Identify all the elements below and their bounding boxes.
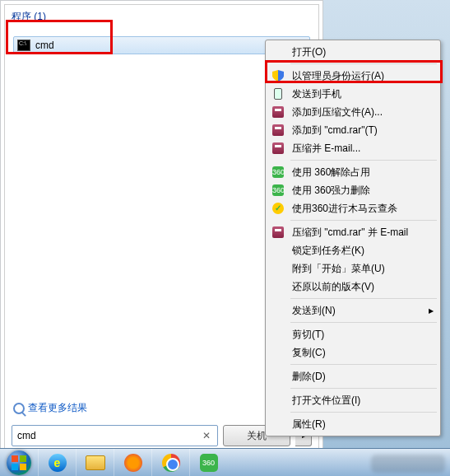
context-menu-item-label: 添加到压缩文件(A)... xyxy=(292,105,383,119)
shield-icon xyxy=(271,69,285,82)
svg-rect-0 xyxy=(12,455,18,462)
360-icon: 360 xyxy=(200,454,218,472)
context-menu-item-label: 打开(O) xyxy=(292,45,326,59)
context-menu-item-label: 还原以前的版本(V) xyxy=(292,280,374,294)
360-square-icon: 360 xyxy=(271,166,285,179)
context-menu-item-label: 剪切(T) xyxy=(292,328,324,342)
context-menu-item-label: 压缩到 "cmd.rar" 并 E-mail xyxy=(292,226,408,240)
context-menu-item-label: 发送到手机 xyxy=(292,87,341,101)
context-menu-separator xyxy=(290,322,437,323)
winrar-icon xyxy=(271,105,285,119)
taskbar-tray-obscured xyxy=(371,455,445,473)
context-menu-item[interactable]: 锁定到任务栏(K) xyxy=(267,241,438,259)
shutdown-label: 关机 xyxy=(247,429,267,443)
see-more-label: 查看更多结果 xyxy=(28,401,87,415)
context-menu-item-label: 添加到 "cmd.rar"(T) xyxy=(292,124,378,138)
context-menu-item[interactable]: 打开文件位置(I) xyxy=(267,391,438,409)
context-menu-item-label: 复制(C) xyxy=(292,346,326,360)
context-menu-item-label: 打开文件位置(I) xyxy=(292,394,360,408)
winrar-icon xyxy=(271,124,285,137)
svg-rect-1 xyxy=(20,455,26,462)
phone-icon xyxy=(271,87,285,100)
context-menu-item[interactable]: 复制(C) xyxy=(267,343,438,362)
winrar-icon xyxy=(271,226,285,239)
context-menu-item[interactable]: 剪切(T) xyxy=(267,325,438,343)
context-menu-item[interactable]: 360使用 360解除占用 xyxy=(267,163,438,181)
search-icon xyxy=(13,403,25,414)
context-menu-item[interactable]: ✓使用360进行木马云查杀 xyxy=(267,199,438,217)
context-menu-item[interactable]: 附到「开始」菜单(U) xyxy=(267,259,438,278)
context-menu-separator xyxy=(290,63,437,64)
search-input[interactable] xyxy=(17,430,201,441)
360-square-icon: 360 xyxy=(271,184,285,197)
context-menu-item-label: 附到「开始」菜单(U) xyxy=(292,262,385,276)
360-shield-icon: ✓ xyxy=(271,202,285,215)
search-box[interactable]: ✕ xyxy=(12,425,218,446)
taskbar-item-ie[interactable]: e xyxy=(38,449,76,476)
folder-icon xyxy=(86,455,105,470)
see-more-results[interactable]: 查看更多结果 xyxy=(13,401,87,415)
clear-search-icon[interactable]: ✕ xyxy=(201,430,212,441)
context-menu-item-label: 删除(D) xyxy=(292,370,326,384)
ie-icon: e xyxy=(49,454,67,472)
context-menu-separator xyxy=(290,388,437,389)
context-menu-item[interactable]: 发送到(N) xyxy=(267,301,438,320)
taskbar-item-360[interactable]: 360 xyxy=(189,449,227,476)
program-result-label: cmd xyxy=(35,40,54,51)
context-menu-item[interactable]: 压缩到 "cmd.rar" 并 E-mail xyxy=(267,223,438,241)
cmd-icon xyxy=(17,40,30,51)
winrar-icon xyxy=(271,142,285,155)
svg-rect-3 xyxy=(20,464,26,470)
context-menu-item[interactable]: 删除(D) xyxy=(267,367,438,385)
taskbar-item-firefox[interactable] xyxy=(114,449,151,476)
results-section-header: 程序 (1) xyxy=(5,5,318,27)
context-menu-item[interactable]: 属性(R) xyxy=(267,415,438,433)
context-menu-item-label: 使用 360解除占用 xyxy=(292,166,370,180)
context-menu-item-label: 以管理员身份运行(A) xyxy=(292,69,384,83)
context-menu-item-label: 锁定到任务栏(K) xyxy=(292,244,364,258)
taskbar-item-explorer[interactable] xyxy=(76,449,114,476)
taskbar-item-chrome[interactable] xyxy=(151,449,189,476)
context-menu-item[interactable]: 360使用 360强力删除 xyxy=(267,181,438,199)
context-menu-item[interactable]: 添加到 "cmd.rar"(T) xyxy=(267,121,438,139)
context-menu-separator xyxy=(290,220,437,221)
start-button[interactable] xyxy=(0,449,38,476)
context-menu-separator xyxy=(290,364,437,365)
context-menu-item-label: 使用 360强力删除 xyxy=(292,184,370,198)
svg-rect-2 xyxy=(12,464,18,470)
context-menu-separator xyxy=(290,412,437,413)
firefox-icon xyxy=(124,454,142,472)
context-menu-item[interactable]: 发送到手机 xyxy=(267,85,438,103)
context-menu-item-label: 发送到(N) xyxy=(292,304,336,318)
context-menu-item[interactable]: 压缩并 E-mail... xyxy=(267,139,438,157)
context-menu-item-label: 压缩并 E-mail... xyxy=(292,142,360,156)
context-menu-separator xyxy=(290,160,437,161)
context-menu-separator xyxy=(290,298,437,299)
context-menu-item-label: 属性(R) xyxy=(292,418,326,432)
context-menu-item[interactable]: 打开(O) xyxy=(267,43,438,61)
windows-orb-icon xyxy=(7,450,31,475)
context-menu-item[interactable]: 以管理员身份运行(A) xyxy=(267,67,438,85)
context-menu-item[interactable]: 还原以前的版本(V) xyxy=(267,278,438,296)
taskbar: e 360 xyxy=(0,448,450,476)
chrome-icon xyxy=(162,454,180,472)
context-menu: 打开(O)以管理员身份运行(A)发送到手机添加到压缩文件(A)...添加到 "c… xyxy=(265,40,441,436)
context-menu-item-label: 使用360进行木马云查杀 xyxy=(292,202,397,216)
context-menu-item[interactable]: 添加到压缩文件(A)... xyxy=(267,103,438,121)
